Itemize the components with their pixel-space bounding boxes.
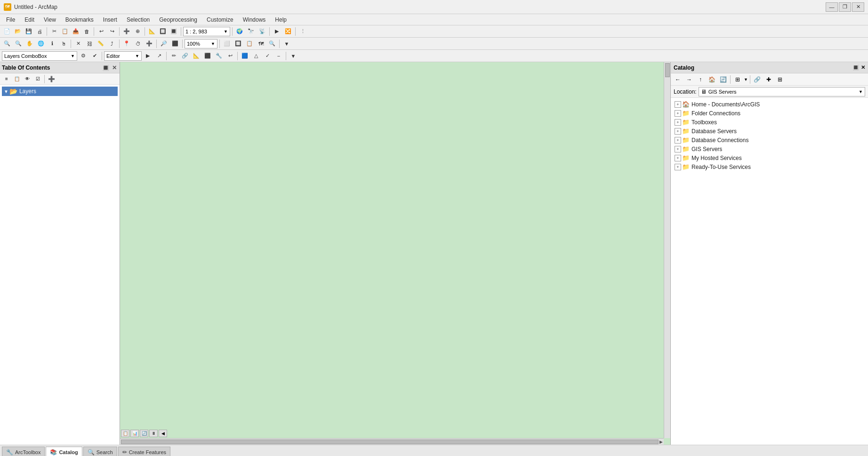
toc-float-btn[interactable]: 🔳 <box>101 64 110 71</box>
editor-arrow[interactable]: ▼ <box>135 54 139 58</box>
map-scrollbar-v[interactable] <box>664 62 670 438</box>
more-btn[interactable]: ⋮ <box>297 27 308 36</box>
play-btn[interactable]: ▶ <box>272 27 282 36</box>
find-route-tool[interactable]: ⤴ <box>107 39 117 48</box>
magnifier-btn[interactable]: 🔍 <box>267 39 277 48</box>
nav-pause-btn[interactable]: ⏸ <box>149 430 158 437</box>
tree-item-gis-servers[interactable]: + 📁 GIS Servers <box>673 144 866 153</box>
h-scroll-right[interactable]: ▶ <box>659 440 663 444</box>
edit-vertices-btn[interactable]: ✏ <box>169 51 179 61</box>
nav-page-btn[interactable]: 📋 <box>121 430 129 437</box>
toc-close-btn[interactable]: ✕ <box>111 64 118 71</box>
open-btn[interactable]: 📂 <box>13 27 23 36</box>
paste-btn[interactable]: 📥 <box>71 27 81 36</box>
pan-tool[interactable]: ✋ <box>24 39 35 48</box>
tree-expand-my-hosted-services[interactable]: + <box>675 155 681 161</box>
tree-item-home[interactable]: + 🏠 Home - Documents\ArcGIS <box>673 100 866 109</box>
editor-settings-btn[interactable]: ⚙ <box>78 51 88 61</box>
editor-verify-btn[interactable]: ✔ <box>89 51 100 61</box>
data-view-btn[interactable]: 🔲 <box>233 39 243 48</box>
check-btn[interactable]: ✓ <box>262 51 273 61</box>
attr-transfer-btn[interactable]: 🔧 <box>214 51 224 61</box>
tree-expand-database-connections[interactable]: + <box>675 137 681 144</box>
toc-visibility-view-btn[interactable]: 👁 <box>23 75 32 83</box>
minus-btn[interactable]: − <box>273 51 284 61</box>
tab-arctoolbox[interactable]: 🔧 ArcToolbox <box>2 447 45 456</box>
layout-tools-btn[interactable]: ⬜ <box>222 39 232 48</box>
tree-item-database-connections[interactable]: + 📁 Database Connections <box>673 136 866 144</box>
catalog-view-btn[interactable]: ⊞ <box>732 75 743 84</box>
attribute-table-btn[interactable]: ⬛ <box>170 39 180 48</box>
tree-expand-home[interactable]: + <box>675 101 681 108</box>
extra-tools-btn[interactable]: ▼ <box>281 39 292 48</box>
layers-combobox[interactable]: Layers ComboBox ▼ <box>2 51 77 61</box>
zoom-percent-box[interactable]: 100% ▼ <box>185 39 217 48</box>
start-editing-btn[interactable]: ▶ <box>143 51 153 61</box>
h-scroll-thumb[interactable] <box>121 440 659 444</box>
menu-bookmarks[interactable]: Bookmarks <box>61 15 98 24</box>
zoom-in-tool[interactable]: 🔍 <box>2 39 12 48</box>
zoom-full-btn[interactable]: 🔭 <box>246 27 256 36</box>
toc-list-view-btn[interactable]: ≡ <box>2 75 11 83</box>
catalog-refresh-btn[interactable]: 🔄 <box>718 75 728 84</box>
layers-combo-arrow[interactable]: ▼ <box>71 54 75 58</box>
full-extent-btn[interactable]: 🌍 <box>234 27 245 36</box>
copy-btn[interactable]: 📋 <box>60 27 70 36</box>
tree-item-ready-to-use-services[interactable]: + 📁 Ready-To-Use Services <box>673 162 866 171</box>
catalog-new-btn[interactable]: ✚ <box>764 75 774 84</box>
menu-windows[interactable]: Windows <box>239 15 270 24</box>
editor-more-btn[interactable]: ▼ <box>288 51 298 61</box>
search-tool[interactable]: 🔎 <box>159 39 169 48</box>
reshape-btn[interactable]: 🔗 <box>180 51 190 61</box>
toc-selection-view-btn[interactable]: ☑ <box>33 75 42 83</box>
measure-tool[interactable]: 📏 <box>96 39 106 48</box>
rectangle-tool-btn[interactable]: 🟦 <box>240 51 250 61</box>
undo-edit-btn[interactable]: ↩ <box>225 51 235 61</box>
tree-item-database-servers[interactable]: + 📁 Database Servers <box>673 127 866 136</box>
select-btn[interactable]: 🔳 <box>169 27 179 36</box>
tree-expand-database-servers[interactable]: + <box>675 128 681 135</box>
catalog-connect-btn[interactable]: 🔗 <box>752 75 763 84</box>
tree-expand-toolboxes[interactable]: + <box>675 119 681 126</box>
map-tools-btn[interactable]: 📐 <box>147 27 157 36</box>
tree-item-my-hosted-services[interactable]: + 📁 My Hosted Services <box>673 153 866 162</box>
menu-insert[interactable]: Insert <box>99 15 121 24</box>
time-slider-btn[interactable]: ⏱ <box>133 39 143 48</box>
v-scroll-thumb[interactable] <box>665 63 670 77</box>
zoom-percent-arrow[interactable]: ▼ <box>211 41 215 46</box>
zoom-percent-btn[interactable]: ⊕ <box>132 27 143 36</box>
undo-btn[interactable]: ↩ <box>96 27 106 36</box>
editor-dropdown[interactable]: Editor ▼ <box>104 51 142 61</box>
catalog-forward-btn[interactable]: → <box>684 75 694 84</box>
zoom-in-btn[interactable]: ➕ <box>121 27 132 36</box>
close-button[interactable]: ✕ <box>852 2 864 12</box>
new-btn[interactable]: 📄 <box>2 27 12 36</box>
clear-selection-tool[interactable]: ✕ <box>73 39 83 48</box>
shuffle-btn[interactable]: 🔀 <box>283 27 293 36</box>
nav-refresh-btn[interactable]: 🔄 <box>140 430 148 437</box>
polygon-tool-btn[interactable]: △ <box>251 51 261 61</box>
select-features-tool[interactable]: 🖱 <box>58 39 69 48</box>
merge-btn[interactable]: ⬛ <box>202 51 213 61</box>
layout-view-btn[interactable]: 📋 <box>244 39 255 48</box>
tab-search[interactable]: 🔍 Search <box>83 447 117 456</box>
toc-source-view-btn[interactable]: 📋 <box>12 75 22 83</box>
hyperlink-tool[interactable]: ⛓ <box>84 39 95 48</box>
bookmark-btn[interactable]: 📡 <box>257 27 267 36</box>
toc-add-data-btn[interactable]: ➕ <box>47 75 56 83</box>
restore-button[interactable]: ❐ <box>839 2 851 12</box>
menu-selection[interactable]: Selection <box>122 15 154 24</box>
scale-dropdown-arrow[interactable]: ▼ <box>224 29 228 34</box>
identify-tool[interactable]: ℹ <box>47 39 57 48</box>
tree-expand-gis-servers[interactable]: + <box>675 146 681 152</box>
minimize-button[interactable]: — <box>826 2 838 12</box>
map-area[interactable]: 📋 📊 🔄 ⏸ ◀ ▶ <box>120 62 670 445</box>
add-data-btn[interactable]: ➕ <box>144 39 154 48</box>
save-btn[interactable]: 💾 <box>24 27 34 36</box>
nav-data-btn[interactable]: 📊 <box>130 430 139 437</box>
pan-btn[interactable]: 🔲 <box>158 27 168 36</box>
menu-file[interactable]: File <box>2 15 19 24</box>
delete-btn[interactable]: 🗑 <box>81 27 92 36</box>
map-canvas[interactable] <box>120 62 664 438</box>
catalog-back-btn[interactable]: ← <box>673 75 683 84</box>
